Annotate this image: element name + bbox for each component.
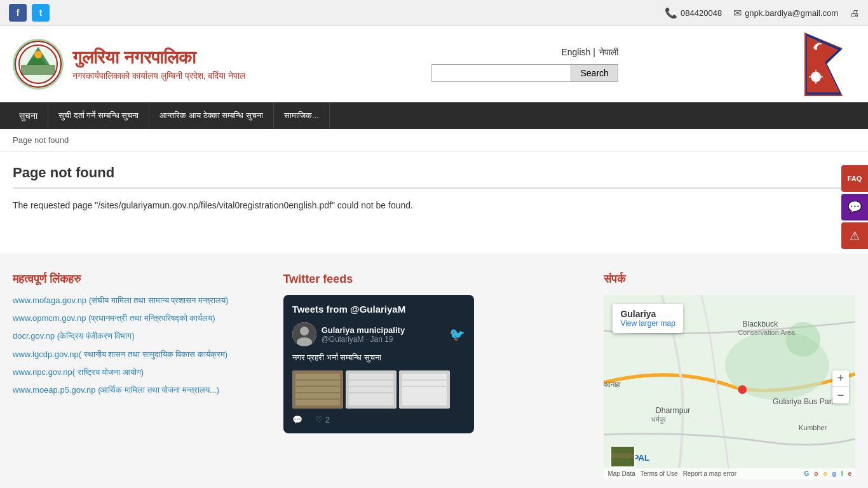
svg-text:पदनाहा: पदनाहा — [604, 381, 621, 388]
nav-item-2[interactable]: आन्तरिक आय ठेक्का सम्बन्धि सुचना — [149, 102, 273, 129]
map-footer: Map Data Terms of Use Report a map error… — [604, 468, 855, 479]
chat-icon: 💬 — [848, 200, 862, 214]
email-icon: ✉ — [733, 7, 742, 19]
tweet-image-1 — [292, 370, 343, 409]
map-terms-label[interactable]: Terms of Use — [641, 470, 678, 477]
nav-item-1[interactable]: सुची दर्ता गर्ने सम्बन्धि सुचना — [48, 102, 149, 129]
org-name: गुलरिया नगरपालिका — [72, 48, 245, 69]
map-zoom-out[interactable]: − — [832, 387, 849, 403]
right-sidebar: FAQ 💬 ⚠ — [841, 165, 868, 249]
svg-point-17 — [300, 327, 309, 336]
email-address: gnpk.bardiya@gmail.com — [745, 8, 838, 18]
contact-info: 📞 084420048 ✉ gnpk.bardiya@gmail.com 🖨 — [665, 7, 859, 19]
header-brand: गुलरिया नगरपालिका नगरकार्यपालिकाको कार्य… — [13, 39, 245, 90]
svg-text:Conservation Area: Conservation Area — [738, 329, 796, 336]
svg-rect-20 — [295, 374, 340, 405]
tweet-avatar — [292, 322, 316, 346]
org-subtitle: नगरकार्यपालिकाको कार्यालय लुम्बिनी प्रदे… — [72, 71, 245, 81]
twitter-feed: Tweets from @GulariyaM Gulariya municipa… — [283, 295, 474, 433]
faq-label: FAQ — [848, 175, 862, 182]
footer-link-1[interactable]: www.opmcm.gov.np (प्रधानमन्त्री तथा मन्त… — [13, 313, 264, 324]
navbar: सुचना सुची दर्ता गर्ने सम्बन्धि सुचना आन… — [0, 102, 868, 129]
map-title: संपर्क — [604, 273, 855, 286]
tweet-image-3 — [399, 370, 450, 409]
tweet-user-info: Gulariya municipality @GulariyaM · Jan 1… — [322, 325, 405, 344]
tweet-image-2 — [346, 370, 397, 409]
nav-home[interactable]: सुचना — [9, 102, 48, 129]
map-popup-title: Gulariya — [620, 309, 675, 319]
alert-button[interactable]: ⚠ — [841, 222, 868, 249]
page-title: Page not found — [13, 165, 855, 189]
chat-button[interactable]: 💬 — [841, 194, 868, 220]
map-zoom-in[interactable]: + — [832, 370, 849, 387]
tweet-like-action[interactable]: ♡ 2 — [315, 415, 330, 424]
search-button[interactable]: Search — [571, 64, 618, 82]
tweet-images — [292, 370, 465, 409]
map-container[interactable]: Dharmpur धर्मपुर Gulariya Bus Park Black… — [604, 295, 855, 479]
facebook-icon[interactable]: f — [9, 4, 27, 22]
footer-link-4[interactable]: www.npc.gov.np( राष्ट्रिय योजना आयोग) — [13, 367, 264, 378]
lang-english[interactable]: English | — [561, 47, 595, 57]
svg-text:Blackbuck: Blackbuck — [743, 320, 779, 329]
tweet-username: Gulariya municipality — [322, 325, 405, 335]
footer-map-col: संपर्क Dharmpur धर्मपुर Gulariya Bus Par — [604, 273, 855, 479]
page-body: The requested page "/sites/gulariyamun.g… — [13, 200, 855, 210]
satellite-thumbnail[interactable] — [610, 445, 635, 468]
language-switcher: English | नेपाली — [561, 47, 618, 58]
main-content: Page not found The requested page "/site… — [0, 152, 868, 254]
lang-nepali[interactable]: नेपाली — [599, 47, 618, 58]
svg-point-37 — [738, 385, 747, 394]
faq-button[interactable]: FAQ — [841, 165, 868, 192]
alert-icon: ⚠ — [850, 229, 860, 243]
top-bar: f t 📞 084420048 ✉ gnpk.bardiya@gmail.com… — [0, 0, 868, 26]
svg-text:Gulariya Bus Park: Gulariya Bus Park — [773, 397, 836, 406]
tweet-reply-action[interactable]: 💬 — [292, 415, 302, 424]
footer-links-title: महत्वपूर्ण लिंकहरु — [13, 273, 264, 286]
footer: महत्वपूर्ण लिंकहरु www.mofaga.gov.np (सं… — [0, 254, 868, 488]
svg-rect-47 — [611, 453, 634, 458]
org-name-block: गुलरिया नगरपालिका नगरकार्यपालिकाको कार्य… — [72, 48, 245, 81]
svg-point-4 — [34, 51, 42, 58]
twitter-title: Twitter feeds — [283, 273, 585, 286]
phone-icon: 📞 — [665, 7, 677, 19]
twitter-feed-header: Tweets from @GulariyaM — [292, 304, 465, 315]
svg-rect-31 — [402, 374, 447, 405]
footer-link-5[interactable]: www.moeap.p5.gov.np (आर्थिक मामिला तथा य… — [13, 384, 264, 396]
header: गुलरिया नगरपालिका नगरकार्यपालिकाको कार्य… — [0, 26, 868, 102]
svg-rect-26 — [349, 374, 393, 405]
tweet-user-row: Gulariya municipality @GulariyaM · Jan 1… — [292, 322, 465, 346]
phone-contact: 📞 084420048 — [665, 7, 722, 19]
map-report-label[interactable]: Report a map error — [683, 470, 736, 477]
twitter-icon[interactable]: t — [32, 4, 50, 22]
footer-link-0[interactable]: www.mofaga.gov.np (संघीय मामिला तथा सामा… — [13, 295, 264, 306]
svg-point-11 — [811, 72, 821, 82]
social-links: f t — [9, 4, 50, 22]
svg-text:Dharmpur: Dharmpur — [656, 406, 691, 415]
footer-link-2[interactable]: docr.gov.np (केन्द्रिय पंजीकरण विभाग) — [13, 330, 264, 342]
footer-link-3[interactable]: www.lgcdp.gov.np( स्थानीय शासन तथा सामुद… — [13, 349, 264, 360]
map-data-label: Map Data — [607, 470, 635, 477]
tweet-actions: 💬 ♡ 2 — [292, 415, 465, 424]
search-input[interactable] — [431, 64, 571, 82]
breadcrumb: Page not found — [0, 129, 868, 152]
email-contact: ✉ gnpk.bardiya@gmail.com — [733, 7, 838, 19]
phone-number: 084420048 — [681, 8, 722, 18]
search-bar: Search — [431, 64, 618, 82]
svg-rect-5 — [21, 65, 55, 75]
svg-point-36 — [786, 322, 821, 357]
org-logo — [13, 39, 64, 90]
nav-item-3[interactable]: सामाजिक... — [274, 102, 330, 129]
footer-twitter-col: Twitter feeds Tweets from @GulariyaM Gul… — [283, 273, 585, 479]
footer-links-col: महत्वपूर्ण लिंकहरु www.mofaga.gov.np (सं… — [13, 273, 264, 479]
tweet-handle: @GulariyaM · Jan 19 — [322, 335, 405, 344]
fax-icon: 🖨 — [850, 8, 859, 18]
reply-icon: 💬 — [292, 415, 302, 424]
map-popup-link[interactable]: View larger map — [620, 319, 675, 328]
like-count: 2 — [325, 415, 330, 424]
svg-marker-9 — [807, 35, 840, 93]
map-popup: Gulariya View larger map — [613, 304, 682, 333]
svg-text:Kumbher: Kumbher — [799, 424, 827, 431]
like-icon: ♡ — [315, 415, 323, 424]
map-zoom-controls: + − — [832, 370, 849, 403]
svg-text:धर्मपुर: धर्मपुर — [651, 416, 666, 424]
